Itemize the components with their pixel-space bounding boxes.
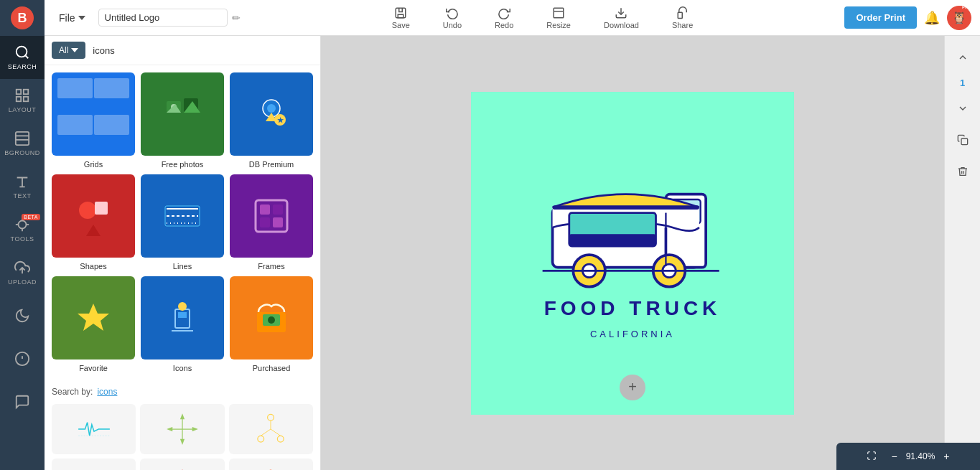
svg-rect-8 [17, 90, 21, 94]
share-icon [676, 6, 689, 19]
svg-rect-50 [273, 217, 283, 227]
tree-icon [253, 411, 289, 447]
undo-icon [446, 6, 459, 19]
trash-icon [957, 166, 969, 177]
svg-rect-48 [273, 205, 283, 215]
order-print-button[interactable]: Order Print [844, 6, 917, 29]
sidebar-item-moon[interactable] [0, 294, 45, 337]
edit-icon[interactable]: ✏ [232, 12, 241, 24]
frames-thumb-icon [250, 194, 293, 238]
frames-label: Frames [258, 262, 284, 271]
svg-rect-0 [396, 8, 406, 18]
duplicate-button[interactable] [950, 127, 976, 153]
resize-icon [552, 6, 565, 19]
svg-marker-67 [167, 427, 172, 431]
sidebar-item-upload[interactable]: UPLOAD [0, 251, 45, 294]
doc-title-input[interactable] [98, 9, 228, 27]
zoom-bar: − 91.40% + [836, 443, 980, 470]
sidebar-item-info[interactable] [0, 337, 45, 380]
undo-button[interactable]: Undo [437, 4, 467, 32]
left-panel: All Grids [45, 36, 321, 470]
layout-icon [14, 88, 30, 103]
zoom-out-button[interactable]: − [885, 448, 902, 465]
category-purchased[interactable]: Purchased [230, 276, 313, 372]
svg-rect-10 [17, 97, 21, 101]
topbar-right: Order Print 🔔 🦉 PRO [844, 6, 971, 30]
suggestion-hexagon[interactable] [229, 459, 313, 470]
suggestion-star[interactable] [140, 459, 224, 470]
category-favorite[interactable]: Favorite [52, 276, 135, 372]
file-label: File [59, 12, 75, 24]
sun-icon [76, 466, 112, 470]
add-page-button[interactable]: + [620, 375, 645, 400]
fullscreen-button[interactable] [861, 448, 882, 466]
sidebar-item-tools[interactable]: beta TOOLS [0, 208, 45, 251]
resize-button[interactable]: Resize [541, 4, 577, 32]
category-icons[interactable]: Icons [141, 276, 224, 372]
duplicate-icon [957, 134, 969, 146]
redo-button[interactable]: Redo [489, 4, 519, 32]
search-input[interactable] [90, 42, 313, 59]
move-up-button[interactable] [950, 44, 976, 70]
sidebar-item-text[interactable]: TEXT [0, 165, 45, 208]
suggestion-sun[interactable] [52, 459, 136, 470]
dbpremium-thumb: ★ [230, 72, 313, 156]
redo-icon [498, 6, 510, 19]
canvas[interactable]: FOOD TRUCK CALIFORNIA [471, 92, 794, 415]
logo-letter: B [18, 11, 27, 26]
zoom-in-button[interactable]: + [938, 448, 955, 465]
grids-thumb [52, 72, 135, 156]
category-lines[interactable]: Lines [141, 174, 224, 271]
save-button[interactable]: Save [386, 4, 416, 32]
category-free-photos[interactable]: Free photos [141, 72, 224, 169]
shapes-thumb-icon [72, 194, 115, 238]
svg-point-74 [278, 436, 284, 442]
svg-point-37 [79, 202, 96, 219]
user-avatar[interactable]: 🦉 PRO [947, 6, 971, 30]
topbar: File ✏ Save Undo Redo Resize Download Sh… [45, 0, 980, 36]
notification-icon[interactable]: 🔔 [924, 10, 940, 26]
svg-rect-47 [260, 205, 270, 215]
sidebar-item-layout[interactable]: LAYOUT [0, 79, 45, 122]
suggestion-arrows[interactable] [140, 404, 224, 454]
icons-label: Icons [173, 364, 192, 372]
category-db-premium[interactable]: ★ DB Premium [230, 72, 313, 169]
panel-scroll: Grids Free photos [45, 65, 320, 470]
background-icon [14, 131, 30, 146]
move-down-button[interactable] [950, 95, 976, 121]
category-shapes[interactable]: Shapes [52, 174, 135, 271]
purchased-thumb [230, 276, 313, 359]
app-logo[interactable]: B [0, 0, 45, 36]
search-by-label: Search by: [52, 387, 93, 397]
svg-rect-90 [961, 138, 968, 145]
filter-button[interactable]: All [52, 42, 85, 59]
share-button[interactable]: Share [666, 4, 699, 32]
search-bar: All [45, 36, 320, 65]
purchased-thumb-icon [250, 296, 293, 339]
svg-point-73 [258, 436, 264, 442]
file-menu[interactable]: File [53, 9, 91, 27]
suggestion-heartbeat[interactable] [52, 404, 136, 454]
lines-thumb [141, 174, 224, 258]
category-frames[interactable]: Frames [230, 174, 313, 271]
arrow-up-icon [957, 52, 969, 63]
search-by-link[interactable]: icons [97, 387, 117, 397]
sidebar-item-chat[interactable] [0, 380, 45, 423]
category-grids[interactable]: Grids [52, 72, 135, 169]
toolbar-actions: Save Undo Redo Resize Download Share [241, 4, 845, 32]
canvas-wrapper: FOOD TRUCK CALIFORNIA + [471, 92, 794, 415]
delete-button[interactable] [950, 159, 976, 184]
svg-rect-12 [16, 132, 29, 145]
grids-label: Grids [84, 160, 103, 169]
svg-rect-39 [95, 202, 108, 215]
favorite-thumb [52, 276, 135, 359]
download-button[interactable]: Download [598, 4, 645, 32]
icons-thumb [141, 276, 224, 359]
dbpremium-label: DB Premium [249, 160, 294, 169]
sidebar-item-search[interactable]: SEARCH [0, 36, 45, 79]
nav-layout-label: LAYOUT [9, 106, 36, 113]
redo-label: Redo [495, 21, 513, 29]
suggestion-tree[interactable] [229, 404, 313, 454]
sidebar-item-background[interactable]: BGROUND [0, 122, 45, 165]
svg-point-15 [19, 221, 27, 229]
